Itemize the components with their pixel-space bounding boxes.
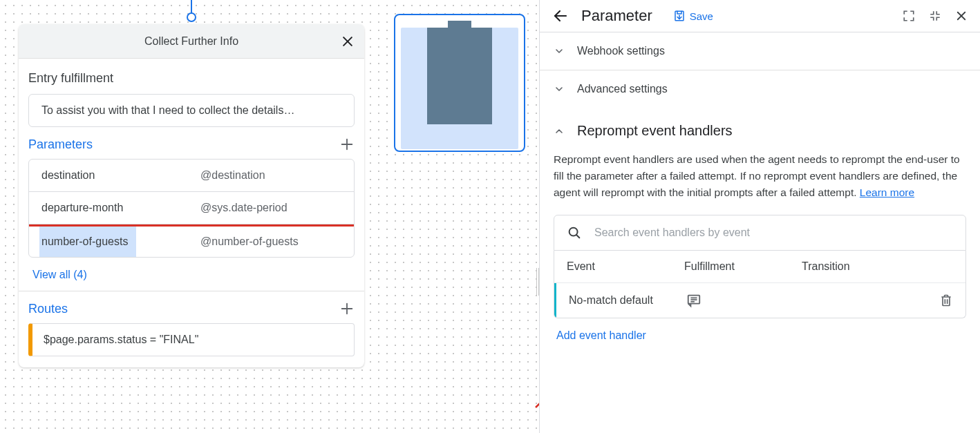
chevron-down-icon — [554, 46, 565, 57]
svg-line-13 — [576, 235, 579, 238]
page-card: Collect Further Info Entry fulfillment T… — [19, 24, 364, 367]
back-icon[interactable] — [552, 8, 569, 24]
save-label: Save — [690, 10, 713, 22]
route-condition[interactable]: $page.params.status = "FINAL" — [28, 323, 355, 356]
chevron-down-icon — [554, 84, 565, 95]
parameter-name: destination — [41, 169, 200, 182]
parameters-list: destination @destination departure-month… — [28, 159, 355, 258]
parameter-entity: @sys.date-period — [200, 202, 341, 214]
event-name: No-match default — [569, 294, 686, 307]
close-panel-icon[interactable] — [955, 10, 968, 22]
webhook-settings-label: Webhook settings — [577, 45, 665, 57]
parameter-row[interactable]: departure-month @sys.date-period — [29, 192, 354, 224]
search-input[interactable] — [594, 227, 953, 239]
advanced-settings-label: Advanced settings — [577, 83, 668, 95]
parameter-entity: @destination — [200, 169, 341, 182]
entry-fulfillment-text[interactable]: To assist you with that I need to collec… — [28, 94, 355, 127]
delete-icon[interactable] — [939, 294, 953, 307]
webhook-settings-section[interactable]: Webhook settings — [540, 32, 980, 70]
reprompt-heading-row[interactable]: Reprompt event handlers — [554, 123, 966, 139]
parameters-heading[interactable]: Parameters — [28, 137, 93, 152]
event-handler-table: Event Fulfillment Transition No-match de… — [554, 251, 966, 318]
reprompt-heading: Reprompt event handlers — [577, 123, 733, 139]
routes-heading[interactable]: Routes — [28, 302, 68, 316]
save-icon — [673, 10, 686, 22]
add-parameter-button[interactable] — [339, 137, 355, 152]
panel-title: Parameter — [581, 7, 652, 25]
parameter-name: number-of-guests — [41, 235, 200, 248]
add-route-button[interactable] — [339, 301, 355, 316]
add-event-handler-button[interactable]: Add event handler — [554, 318, 649, 342]
fullscreen-exit-icon[interactable] — [929, 10, 941, 22]
search-icon — [567, 225, 582, 240]
page-thumbnail[interactable] — [394, 14, 525, 152]
entry-fulfillment-heading: Entry fulfillment — [28, 67, 355, 94]
reprompt-section: Reprompt event handlers Reprompt event h… — [540, 108, 980, 356]
learn-more-link[interactable]: Learn more — [860, 186, 914, 198]
panel-header: Parameter Save — [540, 0, 980, 32]
page-card-header: Collect Further Info — [19, 24, 364, 59]
parameter-panel: Parameter Save Webhook settings Advanc — [539, 0, 980, 433]
message-icon — [686, 293, 804, 308]
table-header: Event Fulfillment Transition — [554, 251, 965, 283]
parameter-row[interactable]: destination @destination — [29, 160, 354, 192]
thumbnail-tab — [448, 21, 471, 28]
fullscreen-icon[interactable] — [903, 10, 915, 22]
table-row[interactable]: No-match default — [554, 283, 965, 318]
connector-dot — [187, 12, 196, 22]
parameter-name: departure-month — [41, 202, 200, 214]
save-button[interactable]: Save — [673, 10, 713, 22]
thumbnail-body — [401, 28, 518, 149]
page-card-title: Collect Further Info — [144, 35, 238, 48]
reprompt-description: Reprompt event handlers are used when th… — [554, 151, 966, 201]
col-event: Event — [567, 260, 684, 273]
event-handler-search[interactable] — [554, 215, 966, 251]
col-fulfillment: Fulfillment — [684, 260, 802, 273]
parameter-entity: @number-of-guests — [200, 235, 341, 248]
advanced-settings-section[interactable]: Advanced settings — [540, 70, 980, 108]
flow-canvas[interactable]: Collect Further Info Entry fulfillment T… — [0, 0, 539, 433]
highlighted-parameter: number-of-guests @number-of-guests — [28, 224, 355, 258]
chevron-up-icon — [554, 126, 565, 137]
close-icon[interactable] — [341, 35, 355, 48]
col-transition: Transition — [802, 260, 925, 273]
thumbnail-block — [427, 28, 492, 124]
view-all-parameters-link[interactable]: View all (4) — [28, 258, 355, 285]
